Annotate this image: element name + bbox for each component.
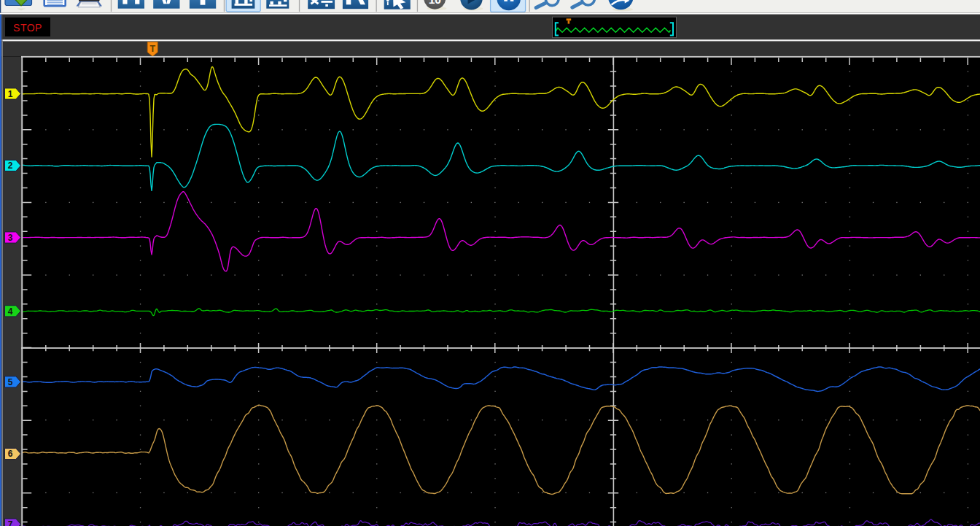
svg-text:7: 7 [8, 519, 13, 526]
svg-text:4: 4 [8, 306, 13, 317]
svg-text:5: 5 [8, 377, 13, 387]
svg-text:6: 6 [8, 449, 13, 459]
svg-text:10: 10 [429, 0, 441, 6]
svg-text:STOP: STOP [13, 22, 42, 34]
svg-text:3: 3 [8, 233, 13, 243]
svg-text:1: 1 [8, 89, 13, 99]
svg-text:T: T [149, 44, 155, 54]
svg-text:2: 2 [8, 160, 13, 171]
